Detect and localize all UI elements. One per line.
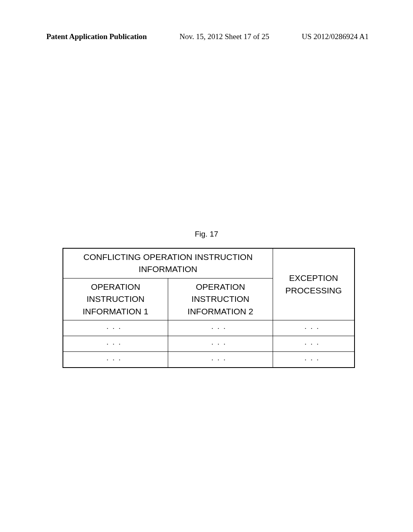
figure-caption: Fig. 17: [195, 230, 218, 239]
conflict-table: CONFLICTING OPERATION INSTRUCTION INFORM…: [63, 248, 355, 368]
table-header-exception: EXCEPTION PROCESSING: [273, 248, 355, 320]
table-header-op2: OPERATION INSTRUCTION INFORMATION 2: [168, 278, 273, 320]
table-row: ··· ··· ···: [63, 352, 355, 368]
publication-label: Patent Application Publication: [46, 32, 147, 41]
table-cell: ···: [168, 320, 273, 336]
publication-number: US 2012/0286924 A1: [302, 32, 369, 41]
table-cell: ···: [168, 352, 273, 368]
table-header-op1: OPERATION INSTRUCTION INFORMATION 1: [63, 278, 168, 320]
figure-table: CONFLICTING OPERATION INSTRUCTION INFORM…: [63, 248, 355, 368]
table-cell: ···: [63, 336, 168, 352]
date-sheet-label: Nov. 15, 2012 Sheet 17 of 25: [179, 32, 269, 41]
table-cell: ···: [273, 320, 355, 336]
table-cell: ···: [273, 352, 355, 368]
page-header: Patent Application Publication Nov. 15, …: [46, 32, 369, 41]
table-cell: ···: [63, 320, 168, 336]
table-header-conflicting: CONFLICTING OPERATION INSTRUCTION INFORM…: [63, 248, 273, 278]
table-row: ··· ··· ···: [63, 336, 355, 352]
table-cell: ···: [63, 352, 168, 368]
table-row: ··· ··· ···: [63, 320, 355, 336]
table-cell: ···: [273, 336, 355, 352]
table-cell: ···: [168, 336, 273, 352]
